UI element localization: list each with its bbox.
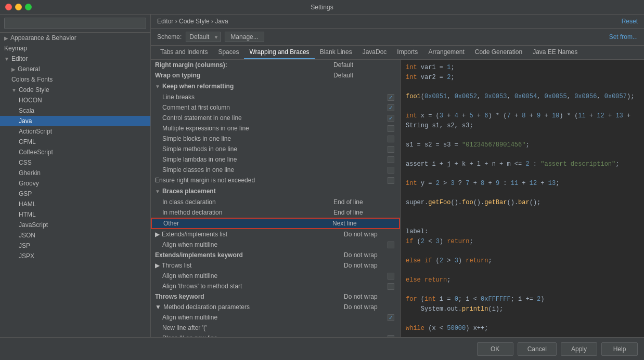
window-controls[interactable] xyxy=(5,4,32,10)
setting-check[interactable] xyxy=(385,136,396,142)
row-align-when-multiline-ext[interactable]: Align when multiline xyxy=(151,239,400,250)
sidebar-item-code-style[interactable]: ▼ Code Style xyxy=(0,85,150,95)
checkbox[interactable] xyxy=(388,177,394,184)
setting-label: Comment at first column xyxy=(155,104,333,111)
sidebar-item-java[interactable]: Java xyxy=(0,116,150,126)
setting-check[interactable] xyxy=(385,177,396,184)
sidebar-item-html[interactable]: HTML xyxy=(0,209,150,220)
setting-check[interactable] xyxy=(385,115,396,122)
bottom-bar: OK Cancel Apply Help xyxy=(0,337,644,360)
row-align-when-multiline-throws[interactable]: Align when multiline xyxy=(151,271,400,281)
row-simple-blocks[interactable]: Simple blocks in one line xyxy=(151,134,400,144)
checkbox[interactable] xyxy=(388,314,394,321)
tab-javadoc[interactable]: JavaDoc xyxy=(357,46,392,59)
row-line-breaks[interactable]: Line breaks xyxy=(151,92,400,102)
sidebar-item-css[interactable]: CSS xyxy=(0,157,150,168)
apply-button[interactable]: Apply xyxy=(561,342,597,356)
cancel-button[interactable]: Cancel xyxy=(518,342,557,356)
setting-value: End of line xyxy=(333,209,385,216)
sidebar-item-hocon[interactable]: HOCON xyxy=(0,95,150,105)
setting-check[interactable] xyxy=(385,146,396,153)
help-button[interactable]: Help xyxy=(601,342,638,356)
sidebar-item-coffeescript[interactable]: CoffeeScript xyxy=(0,147,150,157)
row-control-statement[interactable]: Control statement in one line xyxy=(151,113,400,123)
tab-blank-lines[interactable]: Blank Lines xyxy=(315,46,357,59)
set-from-button[interactable]: Set from... xyxy=(609,33,638,41)
setting-check[interactable] xyxy=(385,167,396,174)
sidebar-item-actionscript[interactable]: ActionScript xyxy=(0,126,150,137)
checkbox[interactable] xyxy=(388,273,394,279)
search-box[interactable] xyxy=(0,15,150,33)
sidebar-item-jspx[interactable]: JSPX xyxy=(0,251,150,261)
row-comment-first-col[interactable]: Comment at first column xyxy=(151,102,400,113)
checkbox[interactable] xyxy=(388,136,394,142)
row-in-class-declaration[interactable]: In class declaration End of line xyxy=(151,197,400,207)
tab-tabs-indents[interactable]: Tabs and Indents xyxy=(155,46,213,59)
checkbox[interactable] xyxy=(388,125,394,132)
sidebar-item-label: Gherkin xyxy=(19,169,41,177)
scheme-dropdown-wrap[interactable]: Default Project ▼ xyxy=(186,32,221,42)
scheme-select[interactable]: Default Project xyxy=(186,32,221,42)
setting-value: Do not wrap xyxy=(344,303,396,311)
row-simple-classes[interactable]: Simple classes in one line xyxy=(151,165,400,175)
section-braces-placement[interactable]: ▼ Braces placement xyxy=(151,185,400,197)
search-input[interactable] xyxy=(4,18,146,29)
setting-check[interactable] xyxy=(385,314,396,321)
setting-check[interactable] xyxy=(385,283,396,290)
row-multiple-expressions[interactable]: Multiple expressions in one line xyxy=(151,123,400,134)
tab-imports[interactable]: Imports xyxy=(392,46,423,59)
row-simple-methods[interactable]: Simple methods in one line xyxy=(151,144,400,154)
setting-value: Do not wrap xyxy=(344,293,396,300)
row-new-line-after-paren[interactable]: New line after '(' xyxy=(151,323,400,333)
checkbox[interactable] xyxy=(388,167,394,174)
setting-check[interactable] xyxy=(385,242,396,248)
sidebar-item-appearance[interactable]: ▶ Appearance & Behavior xyxy=(0,33,150,43)
tab-arrangement[interactable]: Arrangement xyxy=(423,46,469,59)
sidebar-item-json[interactable]: JSON xyxy=(0,230,150,241)
row-align-when-multiline-method[interactable]: Align when multiline xyxy=(151,312,400,323)
sidebar-item-gherkin[interactable]: Gherkin xyxy=(0,168,150,178)
sidebar-item-gsp[interactable]: GSP xyxy=(0,189,150,199)
checkbox[interactable] xyxy=(388,335,394,338)
setting-check[interactable] xyxy=(385,156,396,163)
tab-java-ee-names[interactable]: Java EE Names xyxy=(527,46,583,59)
reset-button[interactable]: Reset xyxy=(622,18,638,25)
maximize-button[interactable] xyxy=(25,4,32,10)
tab-code-generation[interactable]: Code Generation xyxy=(470,46,527,59)
sidebar-item-cfml[interactable]: CFML xyxy=(0,137,150,147)
row-place-paren-new-line[interactable]: Place ')' on new line xyxy=(151,333,400,337)
row-align-throws-to-method[interactable]: Align 'throws' to method start xyxy=(151,281,400,291)
tab-wrapping-braces[interactable]: Wrapping and Braces xyxy=(244,46,314,59)
checkbox[interactable] xyxy=(388,283,394,290)
checkbox[interactable] xyxy=(388,242,394,248)
close-button[interactable] xyxy=(5,4,12,10)
ok-button[interactable]: OK xyxy=(477,342,513,356)
setting-check[interactable] xyxy=(385,125,396,132)
sidebar-item-javascript[interactable]: JavaScript xyxy=(0,220,150,230)
sidebar-item-general[interactable]: ▶ General xyxy=(0,64,150,74)
row-ensure-right-margin[interactable]: Ensure right margin is not exceeded xyxy=(151,175,400,185)
checkbox[interactable] xyxy=(388,104,394,111)
minimize-button[interactable] xyxy=(15,4,22,10)
checkbox[interactable] xyxy=(388,156,394,163)
tab-spaces[interactable]: Spaces xyxy=(213,46,244,59)
setting-check[interactable] xyxy=(385,94,396,101)
sidebar-item-jsp[interactable]: JSP xyxy=(0,241,150,251)
checkbox[interactable] xyxy=(388,146,394,153)
row-simple-lambdas[interactable]: Simple lambdas in one line xyxy=(151,154,400,165)
setting-check[interactable] xyxy=(385,335,396,338)
setting-check[interactable] xyxy=(385,273,396,279)
section-keep-reformatting[interactable]: ▼ Keep when reformatting xyxy=(151,81,400,92)
row-other[interactable]: Other Next line xyxy=(151,218,400,229)
row-in-method-declaration[interactable]: In method declaration End of line xyxy=(151,207,400,218)
checkbox[interactable] xyxy=(388,94,394,101)
sidebar-item-haml[interactable]: HAML xyxy=(0,199,150,209)
checkbox[interactable] xyxy=(388,115,394,122)
sidebar-item-editor[interactable]: ▼ Editor xyxy=(0,54,150,64)
setting-check[interactable] xyxy=(385,104,396,111)
sidebar-item-colors-fonts[interactable]: Colors & Fonts xyxy=(0,74,150,85)
sidebar-item-keymap[interactable]: Keymap xyxy=(0,43,150,54)
sidebar-item-scala[interactable]: Scala xyxy=(0,105,150,116)
manage-button[interactable]: Manage... xyxy=(225,32,264,42)
sidebar-item-groovy[interactable]: Groovy xyxy=(0,178,150,189)
